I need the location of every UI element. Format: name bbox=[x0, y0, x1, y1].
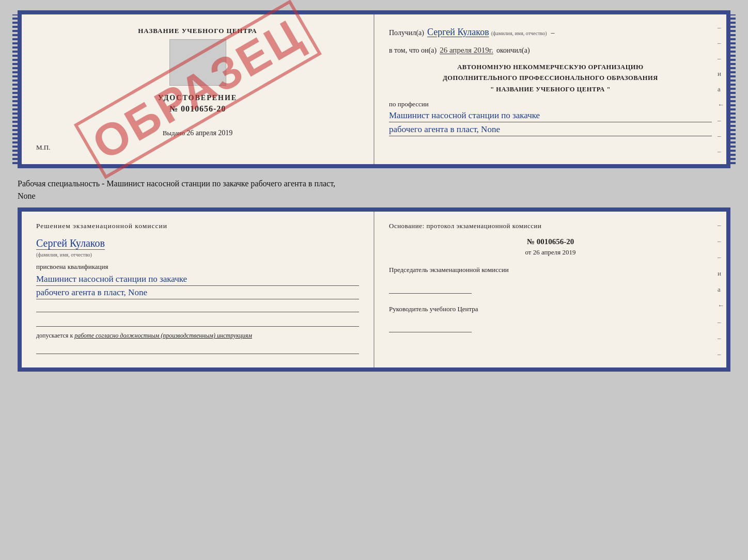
label-line2: None bbox=[18, 191, 36, 200]
assigned-label: присвоена квалификация bbox=[36, 263, 359, 271]
blank-line-3 bbox=[36, 343, 359, 354]
допускается-value: работе согласно должностным (производств… bbox=[74, 332, 252, 339]
issued-date: 26 апреля 2019 bbox=[186, 129, 232, 137]
cert-top-left-panel: НАЗВАНИЕ УЧЕБНОГО ЦЕНТРА ОБРАЗЕЦ УДОСТОВ… bbox=[22, 14, 375, 164]
protocol-number: № 0010656-20 bbox=[389, 237, 712, 246]
cert-bottom-left-panel: Решением экзаменационной комиссии Сергей… bbox=[22, 212, 375, 367]
cert-heading: УДОСТОВЕРЕНИЕ bbox=[36, 94, 359, 102]
protocol-date-prefix: от bbox=[525, 248, 531, 256]
logo-area: НАЗВАНИЕ УЧЕБНОГО ЦЕНТРА bbox=[36, 27, 359, 86]
cert-number: № 0010656-20 bbox=[36, 104, 359, 114]
label-between: Рабочая специальность - Машинист насосно… bbox=[18, 178, 730, 202]
blank-line-2 bbox=[36, 315, 359, 327]
commission-name: Сергей Кулаков bbox=[36, 237, 105, 250]
cert-top-right-panel: Получил(а) Сергей Кулаков (фамилия, имя,… bbox=[375, 14, 726, 164]
protocol-date: от 26 апреля 2019 bbox=[389, 248, 712, 257]
certificate-bottom: Решением экзаменационной комиссии Сергей… bbox=[18, 207, 730, 372]
head-label: Руководитель учебного Центра bbox=[389, 304, 712, 314]
qualification-line2: рабочего агента в пласт, None bbox=[36, 287, 359, 299]
commission-name-block: Сергей Кулаков (фамилия, имя, отчество) bbox=[36, 237, 359, 258]
commission-title: Решением экзаменационной комиссии bbox=[36, 222, 359, 230]
org-block: АВТОНОМНУЮ НЕКОММЕРЧЕСКУЮ ОРГАНИЗАЦИЮ ДО… bbox=[389, 62, 712, 95]
profession-line2: рабочего агента в пласт, None bbox=[389, 124, 712, 136]
certificate-top: НАЗВАНИЕ УЧЕБНОГО ЦЕНТРА ОБРАЗЕЦ УДОСТОВ… bbox=[18, 10, 730, 168]
logo-placeholder bbox=[169, 39, 226, 86]
side-dashes-top-right: –––иа←––– bbox=[715, 14, 726, 164]
допускается-label: допускается к bbox=[36, 332, 73, 339]
mp-label: М.П. bbox=[36, 143, 359, 152]
org-line3: " НАЗВАНИЕ УЧЕБНОГО ЦЕНТРА " bbox=[389, 84, 712, 95]
recipient-name: Сергей Кулаков bbox=[427, 27, 489, 38]
label-line1: Рабочая специальность - Машинист насосно… bbox=[18, 179, 335, 188]
допускается-block: допускается к работе согласно должностны… bbox=[36, 332, 359, 340]
org-line2: ДОПОЛНИТЕЛЬНОГО ПРОФЕССИОНАЛЬНОГО ОБРАЗО… bbox=[389, 73, 712, 84]
side-dashes-bottom-right: –––иа←––– bbox=[715, 212, 726, 367]
date-line: в том, что он(а) 26 апреля 2019г. окончи… bbox=[389, 46, 712, 55]
qualification-line1: Машинист насосной станции по закачке bbox=[36, 274, 359, 286]
recipient-sublabel: (фамилия, имя, отчество) bbox=[491, 30, 547, 36]
date-label: в том, что он(а) bbox=[389, 46, 437, 55]
head-block: Руководитель учебного Центра bbox=[389, 304, 712, 333]
school-name-top: НАЗВАНИЕ УЧЕБНОГО ЦЕНТРА bbox=[138, 27, 257, 35]
cert-issued: Выдано 26 апреля 2019 bbox=[36, 129, 359, 137]
protocol-date-value: 26 апреля 2019 bbox=[533, 248, 576, 256]
recipient-line: Получил(а) Сергей Кулаков (фамилия, имя,… bbox=[389, 27, 712, 38]
issued-label: Выдано bbox=[163, 129, 185, 137]
date-value: 26 апреля 2019г. bbox=[440, 46, 493, 55]
chairman-block: Председатель экзаменационной комиссии bbox=[389, 265, 712, 294]
chairman-signature-line bbox=[389, 284, 472, 294]
recipient-label: Получил(а) bbox=[389, 29, 424, 37]
reason-title: Основание: протокол экзаменационной коми… bbox=[389, 222, 712, 230]
chairman-label: Председатель экзаменационной комиссии bbox=[389, 265, 712, 275]
head-signature-line bbox=[389, 323, 472, 332]
profession-label: по профессии bbox=[389, 100, 712, 108]
commission-name-sublabel: (фамилия, имя, отчество) bbox=[36, 252, 359, 258]
blank-line-1 bbox=[36, 301, 359, 312]
org-line1: АВТОНОМНУЮ НЕКОММЕРЧЕСКУЮ ОРГАНИЗАЦИЮ bbox=[389, 62, 712, 73]
cert-bottom-right-panel: Основание: протокол экзаменационной коми… bbox=[375, 212, 726, 367]
profession-line1: Машинист насосной станции по закачке bbox=[389, 110, 712, 122]
okончил-label: окончил(а) bbox=[496, 46, 530, 55]
